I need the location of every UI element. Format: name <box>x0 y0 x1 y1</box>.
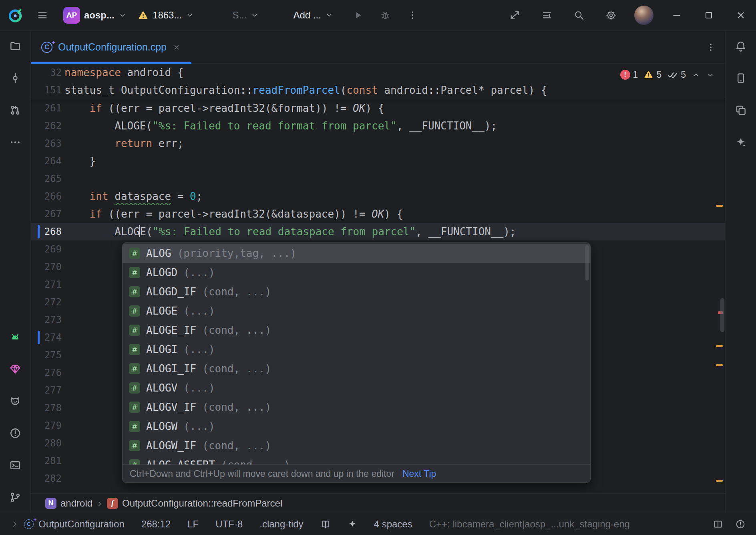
tab-options-button[interactable] <box>702 38 720 56</box>
completion-item-ALOGD_IF[interactable]: #ALOGD_IF(cond, ...) <box>123 282 590 301</box>
breadcrumb-item[interactable]: fOutputConfiguration::readFromParcel <box>107 498 282 509</box>
indent-widget[interactable]: 4 spaces <box>374 519 412 530</box>
add-configuration-button[interactable]: Add ... <box>293 10 333 21</box>
analysis-marker[interactable] <box>716 364 723 366</box>
line-number-274[interactable]: 274 <box>31 329 64 346</box>
more-tools-button[interactable] <box>6 133 24 151</box>
line-number-151[interactable]: 151 <box>31 81 64 99</box>
warning-summary[interactable]: 5 <box>643 69 662 80</box>
more-actions-button[interactable] <box>404 6 421 24</box>
line-number-267[interactable]: 267 <box>31 205 64 223</box>
code-line-261[interactable]: 261 if ((err = parcel->readInt32(&format… <box>31 99 725 117</box>
toolchain-info[interactable]: C++: libcamera_client|aosp_...unk_stagin… <box>429 519 630 530</box>
status-error-icon[interactable] <box>735 519 746 529</box>
search-everywhere-button[interactable] <box>570 6 588 24</box>
next-problem-icon[interactable] <box>706 71 715 79</box>
ai-status-button[interactable] <box>348 519 357 529</box>
popup-scrollbar[interactable] <box>585 245 589 281</box>
line-number-281[interactable]: 281 <box>31 452 64 470</box>
line-number-266[interactable]: 266 <box>31 188 64 205</box>
analysis-marker[interactable] <box>716 345 723 347</box>
minimize-button[interactable] <box>668 6 686 24</box>
debug-button[interactable] <box>376 6 394 24</box>
close-button[interactable] <box>732 6 750 24</box>
line-number-268[interactable]: 268 <box>31 223 64 240</box>
tab-outputconfiguration-cpp[interactable]: C OutputConfiguration.cpp <box>31 31 191 63</box>
notifications-button[interactable] <box>732 37 750 55</box>
editor-layout-icon[interactable] <box>713 519 723 529</box>
user-avatar[interactable] <box>634 6 653 25</box>
completion-item-ALOGV_IF[interactable]: #ALOGV_IF(cond, ...) <box>123 398 590 417</box>
completion-item-ALOGD[interactable]: #ALOGD(...) <box>123 263 590 282</box>
completion-item-ALOGE[interactable]: #ALOGE(...) <box>123 301 590 321</box>
line-number-264[interactable]: 264 <box>31 152 64 170</box>
commit-tool-button[interactable] <box>6 69 24 87</box>
completion-item-ALOGW_IF[interactable]: #ALOGW_IF(cond, ...) <box>123 436 590 455</box>
line-number-277[interactable]: 277 <box>31 382 64 399</box>
project-selector[interactable]: AP aosp... <box>63 7 127 24</box>
encoding-widget[interactable]: UTF-8 <box>215 519 243 530</box>
tab-close-icon[interactable] <box>172 43 181 52</box>
line-number-272[interactable]: 272 <box>31 293 64 311</box>
pull-requests-tool-button[interactable] <box>6 101 24 119</box>
ai-assistant-button[interactable] <box>732 133 750 151</box>
problems-widget[interactable]: 1863... <box>138 10 194 21</box>
line-separator-widget[interactable]: LF <box>187 519 199 530</box>
line-number-270[interactable]: 270 <box>31 258 64 276</box>
line-number-279[interactable]: 279 <box>31 417 64 434</box>
linter-widget[interactable]: .clang-tidy <box>259 519 303 530</box>
project-tool-button[interactable] <box>6 37 24 55</box>
version-control-tool-button[interactable] <box>6 489 24 506</box>
line-number-280[interactable]: 280 <box>31 434 64 452</box>
line-number-278[interactable]: 278 <box>31 399 64 417</box>
completion-item-ALOGE_IF[interactable]: #ALOGE_IF(cond, ...) <box>123 321 590 340</box>
line-number-282[interactable]: 282 <box>31 470 64 487</box>
line-number-265[interactable]: 265 <box>31 170 64 188</box>
analysis-marker[interactable] <box>716 205 723 207</box>
build-variants-button[interactable] <box>732 101 750 119</box>
completion-item-ALOGV[interactable]: #ALOGV(...) <box>123 378 590 398</box>
device-manager-button[interactable] <box>732 69 750 87</box>
code-line-262[interactable]: 262 ALOGE("%s: Failed to read format fro… <box>31 117 725 135</box>
code-editor[interactable]: 32namespace android {151status_t OutputC… <box>31 64 725 493</box>
line-number-262[interactable]: 262 <box>31 117 64 135</box>
line-number-273[interactable]: 273 <box>31 311 64 329</box>
android-tool-button[interactable] <box>6 328 24 346</box>
line-number-271[interactable]: 271 <box>31 276 64 293</box>
line-number-276[interactable]: 276 <box>31 364 64 382</box>
next-tip-link[interactable]: Next Tip <box>402 468 436 479</box>
code-with-me-button[interactable] <box>506 6 524 24</box>
editor-scrollbar-thumb[interactable] <box>720 298 724 332</box>
inspections-widget[interactable]: ! 1 5 5 <box>616 68 719 82</box>
code-line-264[interactable]: 264 } <box>31 152 725 170</box>
code-line-268[interactable]: 268 ALOGE("%s: Failed to read dataspace … <box>31 223 725 240</box>
status-file-widget[interactable]: C OutputConfiguration <box>10 519 125 530</box>
line-number-261[interactable]: 261 <box>31 99 64 117</box>
completion-item-ALOG[interactable]: #ALOG(priority,tag, ...) <box>123 244 590 263</box>
code-line-265[interactable]: 265 <box>31 170 725 188</box>
maximize-button[interactable] <box>700 6 718 24</box>
run-button[interactable] <box>349 6 367 24</box>
prev-problem-icon[interactable] <box>692 71 700 79</box>
completion-item-ALOG_ASSERT[interactable]: #ALOG_ASSERT(cond, ...) <box>123 455 590 464</box>
reader-mode-button[interactable] <box>320 519 331 529</box>
analysis-marker[interactable] <box>716 480 723 482</box>
breadcrumb-item[interactable]: Nandroid <box>45 498 92 509</box>
terminal-tool-button[interactable] <box>6 456 24 474</box>
code-line-266[interactable]: 266 int dataspace = 0; <box>31 188 725 205</box>
problems-tool-button[interactable] <box>6 424 24 442</box>
completion-item-ALOGW[interactable]: #ALOGW(...) <box>123 417 590 436</box>
line-number-275[interactable]: 275 <box>31 346 64 364</box>
passed-summary[interactable]: 5 <box>667 69 686 80</box>
logcat-tool-button[interactable] <box>6 392 24 410</box>
main-menu-button[interactable] <box>34 6 51 24</box>
code-line-151[interactable]: 151status_t OutputConfiguration::readFro… <box>31 81 725 99</box>
completion-item-ALOGI_IF[interactable]: #ALOGI_IF(cond, ...) <box>123 359 590 378</box>
caret-position-widget[interactable]: 268:12 <box>141 519 171 530</box>
line-number-269[interactable]: 269 <box>31 240 64 258</box>
error-summary[interactable]: ! 1 <box>620 69 638 80</box>
gemini-tool-button[interactable] <box>6 360 24 378</box>
line-number-32[interactable]: 32 <box>31 64 64 81</box>
toolbar-options-button[interactable] <box>538 6 556 24</box>
completion-item-ALOGI[interactable]: #ALOGI(...) <box>123 340 590 359</box>
